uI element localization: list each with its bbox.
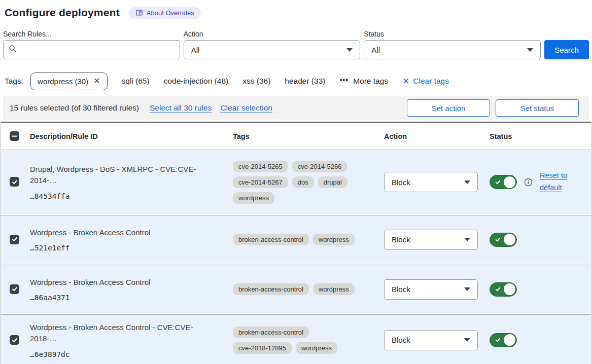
rule-row: Wordpress - Broken Access Control …86aa4… <box>1 265 591 313</box>
rule-id: …6e3897dc <box>30 350 215 358</box>
rule-description: Drupal, Wordpress - DoS - XMLRPC - CVE:C… <box>30 164 215 186</box>
rule-action-select[interactable]: Block <box>384 172 478 192</box>
tags-bar: Tags: wordpress (30) ✕ sqli (65)code-inj… <box>3 71 589 91</box>
rule-row: Wordpress - Broken Access Control - CVE:… <box>1 315 591 364</box>
about-overrides-badge[interactable]: About Overrides <box>129 7 201 19</box>
rule-tag-pill: cve-2014-5265 <box>233 161 288 172</box>
rule-tag-pill: cve-2014-5267 <box>233 176 288 188</box>
tag-filter-option[interactable]: xss (36) <box>242 77 270 86</box>
search-input-container[interactable] <box>3 40 180 59</box>
row-checkbox[interactable] <box>10 235 19 244</box>
chevron-down-icon <box>346 48 353 52</box>
status-toggle[interactable] <box>490 333 517 347</box>
more-tags-button[interactable]: ••• More tags <box>339 77 388 86</box>
rule-tags: broken-access-controlwordpress <box>225 234 376 245</box>
rule-status-cell <box>482 233 591 247</box>
rule-description-cell: Wordpress - Broken Access Control - CVE:… <box>22 322 225 358</box>
configure-deployment-page: Configure deployment About Overrides Sea… <box>0 0 592 364</box>
rule-tags: broken-access-controlwordpress <box>225 283 376 295</box>
tag-filter-option[interactable]: code-injection (48) <box>164 77 229 86</box>
status-toggle[interactable] <box>490 233 517 247</box>
select-all-link[interactable]: Select all 30 rules <box>150 103 212 113</box>
rule-description: Wordpress - Broken Access Control <box>30 227 215 238</box>
rule-description-cell: Drupal, Wordpress - DoS - XMLRPC - CVE:C… <box>22 164 225 200</box>
chevron-down-icon <box>464 287 470 291</box>
rule-action-value: Block <box>392 336 410 344</box>
set-status-button[interactable]: Set status <box>496 99 579 117</box>
rule-status-cell <box>482 333 591 347</box>
rule-description-cell: Wordpress - Broken Access Control …521e1… <box>22 227 225 252</box>
rule-tags: cve-2014-5265cve-2014-5266cve-2014-5267d… <box>225 161 376 204</box>
select-all-checkbox[interactable] <box>10 131 19 141</box>
tag-filter-option[interactable]: sqli (65) <box>122 77 150 86</box>
toggle-knob <box>504 176 515 188</box>
rule-action-select[interactable]: Block <box>384 230 478 250</box>
column-header-tags: Tags <box>225 132 376 140</box>
more-tags-label: More tags <box>353 77 388 86</box>
chevron-down-icon <box>464 180 470 184</box>
status-toggle[interactable] <box>490 282 517 297</box>
search-rules-input[interactable] <box>21 41 175 59</box>
clear-tags-x-icon: ✕ <box>402 76 409 87</box>
book-icon <box>135 9 143 16</box>
column-header-description: Description/Rule ID <box>22 132 225 140</box>
reset-default-link[interactable]: Reset to default <box>540 170 571 194</box>
page-title: Configure deployment <box>5 7 120 19</box>
status-toggle[interactable] <box>490 175 517 189</box>
search-icon <box>9 45 17 55</box>
rule-tag-pill: wordpress <box>233 192 274 204</box>
rule-action-value: Block <box>392 235 410 244</box>
row-checkbox-cell <box>1 284 22 295</box>
clear-selection-link[interactable]: Clear selection <box>220 103 272 113</box>
rule-tag-pill: broken-access-control <box>233 283 309 295</box>
remove-tag-icon[interactable]: ✕ <box>93 77 100 85</box>
status-filter-select[interactable]: All <box>364 40 541 59</box>
toggle-knob <box>504 334 515 346</box>
search-button[interactable]: Search <box>544 40 589 59</box>
rule-action-cell: Block <box>376 172 482 192</box>
column-header-action: Action <box>376 132 482 140</box>
row-checkbox-cell <box>1 335 22 345</box>
filters-row: Search Rules... Action All Status <box>3 30 589 59</box>
header-checkbox-cell <box>1 131 22 141</box>
rule-action-select[interactable]: Block <box>384 279 478 300</box>
rule-action-cell: Block <box>376 279 482 300</box>
status-filter-value: All <box>371 46 380 54</box>
clear-tags-label: Clear tags <box>413 77 449 86</box>
selected-tag-chip[interactable]: wordpress (30) ✕ <box>30 72 107 90</box>
row-checkbox-cell <box>1 235 22 245</box>
rule-action-value: Block <box>392 178 410 187</box>
table-header-row: Description/Rule ID Tags Action Status <box>1 123 591 150</box>
status-filter-label: Status <box>364 30 541 38</box>
action-filter-select[interactable]: All <box>184 40 361 59</box>
ellipsis-icon: ••• <box>339 76 349 84</box>
page-header: Configure deployment About Overrides <box>3 4 589 21</box>
rule-id: …84534ffa <box>30 192 215 200</box>
rule-action-cell: Block <box>376 230 482 250</box>
clear-tags-link[interactable]: ✕ Clear tags <box>402 76 449 87</box>
action-filter-value: All <box>191 46 200 54</box>
toggle-knob <box>504 234 515 245</box>
rule-action-cell: Block <box>376 330 482 350</box>
search-rules-label: Search Rules... <box>3 30 180 38</box>
rule-action-select[interactable]: Block <box>384 330 478 350</box>
rule-tags: broken-access-controlcve-2018-12895wordp… <box>225 326 376 354</box>
info-icon[interactable] <box>524 178 533 187</box>
rule-tag-pill: cve-2018-12895 <box>233 342 292 354</box>
row-checkbox[interactable] <box>10 335 19 345</box>
tags-bar-label: Tags: <box>5 77 23 86</box>
chevron-down-icon <box>464 338 470 342</box>
rule-tag-pill: broken-access-control <box>233 234 309 245</box>
tag-filter-option[interactable]: header (33) <box>285 77 325 86</box>
set-action-button[interactable]: Set action <box>407 99 490 117</box>
row-checkbox[interactable] <box>10 177 19 187</box>
selection-actions: Set action Set status <box>407 99 579 117</box>
rule-row: Wordpress - Broken Access Control …521e1… <box>1 215 591 264</box>
rules-rows: Drupal, Wordpress - DoS - XMLRPC - CVE:C… <box>1 150 591 364</box>
toggle-knob <box>504 283 515 295</box>
row-checkbox[interactable] <box>10 284 19 294</box>
status-filter-field: Status All <box>364 30 541 59</box>
rules-table: Description/Rule ID Tags Action Status D… <box>1 122 591 364</box>
rule-description: Wordpress - Broken Access Control <box>30 277 215 288</box>
selection-summary: 15 rules selected (of 30 filtered rules) <box>10 103 139 113</box>
